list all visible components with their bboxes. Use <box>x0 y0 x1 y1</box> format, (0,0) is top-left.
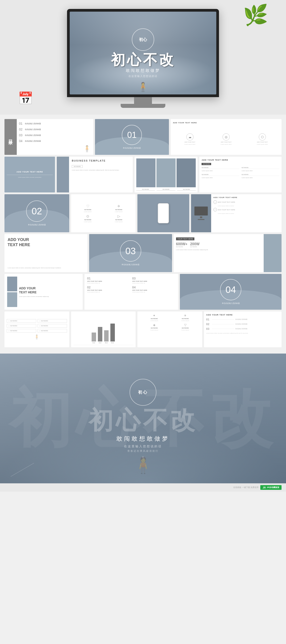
kw-icon-3-desc: Lorem ipsum <box>150 330 158 331</box>
slides-row-4: ADD YOUR TEXT HERE Lorem ipsum dolor sit… <box>4 234 282 272</box>
kw-icon-4: ▽ KEYWORD Lorem ipsum <box>171 323 200 331</box>
slide04-circle: 04 <box>220 279 241 300</box>
slides-row-1: 目录 01 在此处输入您的标题 02 在此处输入您的标题 03 在此处输入您的标… <box>4 119 282 155</box>
stat-1: 600W+ KEYWORD <box>176 242 187 248</box>
final-dot <box>142 456 144 458</box>
num-item-1: 01 ADD YOUR TEXT HERE Lorem ipsum dolor … <box>87 276 131 284</box>
num-row-1-num: 01 <box>206 318 211 321</box>
bar-4: 数据 <box>110 324 115 344</box>
list-circle-1: ○ <box>213 200 217 204</box>
num-item-2-desc: Lorem ipsum dolor sit <box>87 291 131 293</box>
slide-02: 02 单击此处输入您的标题 <box>4 194 69 232</box>
icon-desc-2: Lorem ipsum dolor <box>221 144 232 145</box>
toc-num-1: 01 <box>19 122 23 125</box>
slide02-subtitle: 单击此处输入您的标题 <box>28 224 46 226</box>
kw-g4-desc: Lorem ipsum <box>115 221 123 222</box>
kw-g1: ♡ KEYWORD Lorem ipsum <box>73 204 103 212</box>
monitor-sub1: 在这里输入您想说的话 <box>111 74 175 78</box>
img-block-1 <box>136 158 155 187</box>
small-imgs-col <box>7 276 17 307</box>
slide03-circle: 03 <box>120 240 141 262</box>
kw-g2-desc: Lorem ipsum <box>115 211 123 212</box>
slide-add-imgs: ADD YOURTEXT HERE Lorem ipsum dolor sit … <box>4 274 83 310</box>
num-item-1-desc: Lorem ipsum dolor sit <box>87 282 131 284</box>
toc-num-3: 03 <box>19 133 23 137</box>
kw-g4-label: KEYWORD <box>115 219 122 220</box>
list-desc-2: Lorem ipsum dolor sit amet <box>213 213 279 214</box>
kw-col-2: KEYWORD Lorem ipsum dolor KEYWORD Lorem … <box>242 167 279 179</box>
icon-desc-3: Lorem ipsum dolor <box>257 144 268 145</box>
add-text2: ADD YOUR TEXT HERE <box>202 159 279 161</box>
num-item-3: 03 ADD YOUR TEXT HERE Lorem ipsum dolor … <box>132 276 176 284</box>
monitor-list: ○ ADD YOUR TEXT HERE Lorem ipsum dolor s… <box>213 200 279 214</box>
slide-icons: ADD YOUR TEXT HERE ☁ ADD YOUR TEXT Lorem… <box>171 119 282 155</box>
bars: 数据 数据 数据 数据 <box>73 314 134 344</box>
kw-icon-2-label: KEYWORD <box>182 318 189 319</box>
kw-g1-desc: Lorem ipsum <box>84 211 92 212</box>
kw-g4: ▷ KEYWORD Lorem ipsum <box>104 214 134 222</box>
small-img-2 <box>7 292 17 307</box>
slide-your-text: YOUR TEXT HERE 600W+ KEYWORD 200W KEYWOR… <box>174 234 282 272</box>
jr-badge: JR JR自动藏板架 <box>260 485 282 490</box>
kw-g2-label: KEYWORD <box>115 209 122 210</box>
bar-visual-2 <box>98 327 102 342</box>
bar-label-1: 数据 <box>93 342 95 344</box>
num-grid: 01 ADD YOUR TEXT HERE Lorem ipsum dolor … <box>87 276 176 293</box>
stat1-num: 600W+ <box>176 242 187 246</box>
final-main-title: 初心不改 <box>89 408 197 432</box>
slide04-subtitle: 单击此处输入您的标题 <box>222 302 240 304</box>
monitor: 初心 初心不改 敢闯敢想敢做梦 在这里输入您想说的话 🧍 <box>67 9 219 97</box>
slide-kw-list2: — KEYWORD — KEYWORD — KEYWORD — KEYWORD … <box>4 312 69 347</box>
slide-03: 03 单击此处输入您的标题 <box>89 234 172 272</box>
stats-row: 600W+ KEYWORD 200W KEYWORD <box>176 242 262 248</box>
slide01-subtitle: 单击此处输入您的标题 <box>123 147 141 149</box>
num-item-3-desc: Lorem ipsum dolor sit <box>132 282 176 284</box>
kw-item-1: KEYWORD <box>202 167 239 169</box>
slide-icons-title: ADD YOUR TEXT HERE <box>173 122 279 124</box>
num-item-4-label: ADD YOUR TEXT HERE <box>132 290 176 291</box>
toc-num-4: 04 <box>19 139 23 143</box>
final-circle: 初心 <box>130 379 156 406</box>
toc-content: 01 在此处输入您的标题 02 在此处输入您的标题 03 在此处输入您的标题 0… <box>17 119 93 155</box>
monitor-main-title: 初心不改 <box>111 52 175 67</box>
num-item-1-label: ADD YOUR TEXT HERE <box>87 280 131 282</box>
toc-item-1: 01 在此处输入您的标题 <box>19 122 91 125</box>
monitor-neck <box>134 97 152 104</box>
kw-icon-2: ✈ KEYWORD Lorem ipsum <box>171 314 200 321</box>
monitor-subtitle: 敢闯敢想敢做梦 <box>111 68 175 73</box>
icon-desc-1: Lorem ipsum dolor <box>184 144 195 145</box>
bar-label-3: 数据 <box>105 342 108 344</box>
monitor-mini <box>191 194 211 232</box>
final-slide: 初心不改 初心 初心不改 敢闯敢想敢做梦 在这里输入您想说的话 青春还在乘风破浪… <box>0 354 286 483</box>
stat-2: 200W KEYWORD <box>190 242 200 248</box>
kw-g3-label: KEYWORD <box>84 219 91 220</box>
num-row-2-num: 02 <box>206 322 211 326</box>
toc-figure: 🧍 <box>19 145 91 152</box>
kw-desc-3: Lorem ipsum dolor <box>242 170 279 172</box>
stat1-label: KEYWORD <box>176 246 187 248</box>
monitor-circle: 初心 <box>132 28 154 51</box>
kw-g3: ⊙ KEYWORD Lorem ipsum <box>73 214 103 222</box>
num-row-1: 01 在此处输入您的标题 <box>206 318 279 321</box>
kw-6-4: — KEYWORD <box>37 324 67 328</box>
monitor-stand <box>67 97 219 108</box>
kw-6-6: — KEYWORD <box>37 329 67 332</box>
slide-business: BUSINESS TEMPLATE KEYWORD Lorem ipsum do… <box>57 157 133 192</box>
final-sub1: 在这里输入您想说的话 <box>124 444 162 448</box>
icon-circle-2: ◎ <box>223 133 230 140</box>
business-content: BUSINESS TEMPLATE KEYWORD Lorem ipsum do… <box>69 157 133 192</box>
img-block-3 <box>176 158 196 187</box>
jr-icon: JR <box>263 486 266 489</box>
num-row-3: 03 在此处输入您的标题 <box>206 327 279 330</box>
list-text-1: ADD YOUR TEXT HERE <box>218 202 235 203</box>
slide-add-big: ADD YOUR TEXT HERE Lorem ipsum dolor sit… <box>4 234 87 272</box>
monitor-list-item-2: ○ ADD YOUR TEXT HERE <box>213 208 279 212</box>
kw-6-3: — KEYWORD <box>7 324 36 328</box>
add-num-title: ADD YOUR TEXT HERE <box>206 314 279 316</box>
num-row-3-num: 03 <box>206 327 211 330</box>
slide-toc: 目录 01 在此处输入您的标题 02 在此处输入您的标题 03 在此处输入您的标… <box>4 119 93 155</box>
slide-kw-grid: ♡ KEYWORD Lorem ipsum ✈ KEYWORD Lorem ip… <box>71 194 136 232</box>
business-desc: Lorem ipsum dolor sit amet, consectetur … <box>72 169 130 171</box>
monitor-screen: 初心 初心不改 敢闯敢想敢做梦 在这里输入您想说的话 🧍 <box>70 12 216 94</box>
img-block-2 <box>156 158 176 187</box>
